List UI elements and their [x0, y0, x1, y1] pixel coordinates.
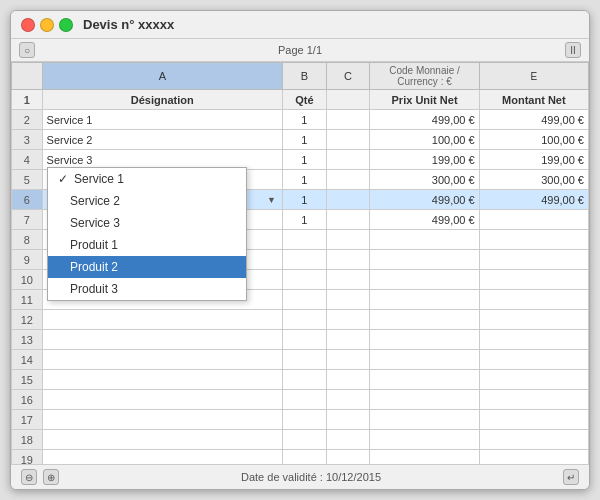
row-num-cell: 11: [12, 290, 43, 310]
table-row[interactable]: 18: [12, 430, 589, 450]
col-e-header[interactable]: E: [479, 63, 588, 90]
col3-cell: [326, 190, 370, 210]
maximize-button[interactable]: [59, 18, 73, 32]
row-num-cell: 14: [12, 350, 43, 370]
close-button[interactable]: [21, 18, 35, 32]
table-row[interactable]: 15: [12, 370, 589, 390]
qty-cell: [283, 450, 327, 465]
col3-cell: [326, 410, 370, 430]
montant-cell: [479, 210, 588, 230]
price-cell: [370, 330, 479, 350]
qty-cell: [283, 330, 327, 350]
price-cell: [370, 250, 479, 270]
qty-cell: [283, 290, 327, 310]
row-num-cell: 6: [12, 190, 43, 210]
row-num-cell: 1: [12, 90, 43, 110]
designation-cell[interactable]: [42, 310, 282, 330]
qty-cell: 1: [283, 110, 327, 130]
table-row[interactable]: 19: [12, 450, 589, 465]
designation-cell[interactable]: [42, 350, 282, 370]
col3-cell: [326, 270, 370, 290]
dropdown-arrow-icon[interactable]: ▼: [267, 195, 276, 205]
row-num-cell: 7: [12, 210, 43, 230]
row-num-cell: 3: [12, 130, 43, 150]
price-cell: [370, 370, 479, 390]
table-row[interactable]: 14: [12, 350, 589, 370]
table-row[interactable]: 1DésignationQtéPrix Unit NetMontant Net: [12, 90, 589, 110]
qty-cell: [283, 430, 327, 450]
montant-cell: [479, 230, 588, 250]
price-cell: 100,00 €: [370, 130, 479, 150]
col-b-header[interactable]: B: [283, 63, 327, 90]
pause-button[interactable]: II: [565, 42, 581, 58]
col-c-header[interactable]: C: [326, 63, 370, 90]
designation-cell[interactable]: [42, 330, 282, 350]
col3-cell: [326, 390, 370, 410]
designation-cell[interactable]: Service 1: [42, 110, 282, 130]
dropdown-item[interactable]: Service 1: [48, 168, 246, 190]
designation-cell[interactable]: [42, 450, 282, 465]
price-cell: [370, 310, 479, 330]
montant-cell: 499,00 €: [479, 110, 588, 130]
col3-cell: [326, 250, 370, 270]
montant-cell: 499,00 €: [479, 190, 588, 210]
designation-cell[interactable]: [42, 410, 282, 430]
table-row[interactable]: 12: [12, 310, 589, 330]
qty-cell: [283, 390, 327, 410]
table-row[interactable]: 3Service 21100,00 €100,00 €: [12, 130, 589, 150]
price-cell: [370, 290, 479, 310]
designation-dropdown[interactable]: Service 1Service 2Service 3Produit 1Prod…: [47, 167, 247, 301]
col3-cell: [326, 130, 370, 150]
table-row[interactable]: 16: [12, 390, 589, 410]
col-a-header[interactable]: A: [42, 63, 282, 90]
col3-cell: [326, 230, 370, 250]
price-cell: 499,00 €: [370, 190, 479, 210]
designation-cell[interactable]: [42, 430, 282, 450]
dropdown-item[interactable]: Service 2: [48, 190, 246, 212]
row-num-cell: 5: [12, 170, 43, 190]
minimize-button[interactable]: [40, 18, 54, 32]
top-bar: ○ Page 1/1 II: [11, 39, 589, 62]
montant-cell: [479, 290, 588, 310]
title-bar: Devis n° xxxxx: [11, 11, 589, 39]
row-num-cell: 18: [12, 430, 43, 450]
dropdown-item[interactable]: Service 3: [48, 212, 246, 234]
row-num-cell: 2: [12, 110, 43, 130]
bottom-prev-button[interactable]: ⊖: [21, 469, 37, 485]
row-num-cell: 13: [12, 330, 43, 350]
montant-cell: 199,00 €: [479, 150, 588, 170]
currency-label: Code Monnaie / Currency : €: [374, 65, 474, 87]
col-d-header[interactable]: Code Monnaie / Currency : €: [370, 63, 479, 90]
bottom-action-button[interactable]: ↵: [563, 469, 579, 485]
dropdown-item[interactable]: Produit 1: [48, 234, 246, 256]
montant-cell: 300,00 €: [479, 170, 588, 190]
col3-header: [326, 90, 370, 110]
window-controls: [21, 18, 73, 32]
qty-cell: [283, 250, 327, 270]
price-cell: [370, 270, 479, 290]
col3-cell: [326, 330, 370, 350]
table-row[interactable]: 2Service 11499,00 €499,00 €: [12, 110, 589, 130]
dropdown-item[interactable]: Produit 2: [48, 256, 246, 278]
table-row[interactable]: 17: [12, 410, 589, 430]
qty-cell: 1: [283, 190, 327, 210]
col3-cell: [326, 350, 370, 370]
qty-cell: 1: [283, 210, 327, 230]
bottom-next-button[interactable]: ⊕: [43, 469, 59, 485]
col3-cell: [326, 210, 370, 230]
col3-cell: [326, 150, 370, 170]
table-row[interactable]: 13: [12, 330, 589, 350]
designation-cell[interactable]: [42, 390, 282, 410]
price-header: Prix Unit Net: [370, 90, 479, 110]
price-cell: [370, 450, 479, 465]
main-window: Devis n° xxxxx ○ Page 1/1 II A B C Code …: [10, 10, 590, 490]
validity-date: Date de validité : 10/12/2015: [241, 471, 381, 483]
designation-cell[interactable]: [42, 370, 282, 390]
qty-cell: [283, 410, 327, 430]
montant-cell: [479, 430, 588, 450]
prev-button[interactable]: ○: [19, 42, 35, 58]
price-cell: 199,00 €: [370, 150, 479, 170]
row-num-cell: 15: [12, 370, 43, 390]
designation-cell[interactable]: Service 2: [42, 130, 282, 150]
dropdown-item[interactable]: Produit 3: [48, 278, 246, 300]
